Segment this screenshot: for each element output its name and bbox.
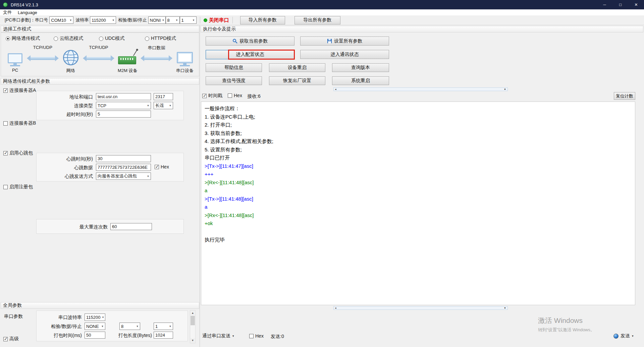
chevron-down-icon: ▾ [146, 175, 151, 178]
get-params-button[interactable]: 获取当前参数 [206, 37, 294, 46]
horizontal-scrollbar-top[interactable]: ◄ ▼ [333, 87, 508, 91]
server-addr-input[interactable]: test.usr.cn [96, 93, 151, 100]
send-hex-checkbox[interactable]: Hex [249, 333, 264, 339]
close-button[interactable]: ✕ [628, 0, 644, 9]
query-version-button[interactable]: 查询版本 [332, 63, 389, 72]
factory-reset-button[interactable]: 恢复出厂设置 [269, 76, 325, 85]
recv-count: 接收:6 [247, 93, 261, 99]
work-mode-box: 网络透传模式 云组态模式 UDC模式 HTTPD模式 PC [1, 32, 199, 76]
g-stopbits-value: 1 [155, 324, 158, 329]
pc-icon [8, 42, 22, 67]
toolbar-separator [200, 17, 200, 23]
reset-counter-button[interactable]: 复位计数 [614, 92, 635, 100]
pack-len-input[interactable]: 1024 [154, 332, 173, 339]
heartbeat-data-input[interactable]: 7777772E7573722E636E [96, 164, 151, 171]
timestamp-checkbox[interactable]: 时间戳 [202, 93, 222, 99]
device-reboot-button[interactable]: 设备重启 [269, 63, 325, 72]
set-params-label: 设置所有参数 [334, 38, 362, 44]
scroll-collapse-icon[interactable]: ▼ [504, 306, 506, 309]
system-reboot-button[interactable]: 系统重启 [332, 76, 389, 85]
conn-type-label: 连接类型 [37, 103, 93, 109]
conn-keep-select[interactable]: 长连 ▾ [154, 102, 173, 109]
heartbeat-hex-checkbox[interactable]: Hex [155, 164, 169, 169]
minimize-button[interactable]: ─ [597, 0, 612, 9]
enter-config-button[interactable]: 进入配置状态 [206, 50, 294, 59]
window-title: DR514 V2.1.3 [11, 2, 38, 7]
horizontal-scrollbar-bottom[interactable]: ◄ ▼ [333, 306, 508, 310]
advanced-label: 高级 [9, 336, 19, 342]
timeout-input[interactable]: 5 [96, 111, 151, 118]
reconnect-input[interactable]: 60 [110, 223, 152, 230]
databits-select[interactable]: 8 ▾ [166, 16, 180, 24]
query-signal-button[interactable]: 查信号强度 [206, 76, 262, 85]
send-button[interactable]: 发送 ▾ [613, 332, 634, 340]
chevron-down-icon: ▾ [174, 18, 179, 22]
scroll-left-icon[interactable]: ◄ [334, 306, 337, 309]
scroll-collapse-icon[interactable]: ▼ [504, 88, 506, 91]
heartbeat-mode-label: 心跳发送方式 [37, 174, 93, 180]
log-line: >[Tx->][11:41:47][asc] [205, 162, 632, 170]
g-databits-value: 8 [121, 324, 123, 329]
close-port-button[interactable]: 关闭串口 [209, 17, 229, 23]
radio-transparent-mode[interactable]: 网络透传模式 [6, 36, 40, 42]
server-b-checkbox[interactable]: 连接服务器B [3, 120, 36, 126]
link-tcp-udp-2: TCP/UDP [82, 42, 116, 76]
recv-hex-checkbox[interactable]: Hex [228, 93, 242, 98]
export-params-button[interactable]: 导出所有参数 [294, 16, 340, 24]
parity-select[interactable]: NONI ▾ [148, 16, 166, 24]
maximize-button[interactable]: □ [612, 0, 628, 9]
scroll-up-icon[interactable]: ▲ [190, 310, 195, 316]
titlebar: DR514 V2.1.3 ─ □ ✕ [0, 0, 644, 9]
chevron-down-icon: ▾ [111, 18, 116, 22]
heartbeat-time-input[interactable]: 30 [96, 155, 151, 162]
import-params-button[interactable]: 导入所有参数 [240, 16, 285, 24]
radio-udc-mode[interactable]: UDC模式 [99, 36, 124, 42]
app-window: DR514 V2.1.3 ─ □ ✕ 文件 Language [PC串口参数]：… [0, 0, 644, 347]
g-databits-select[interactable]: 8 ▾ [119, 323, 140, 330]
com-port-select[interactable]: COM10 ▾ [49, 16, 73, 24]
g-parity-select[interactable]: NONE ▾ [85, 323, 105, 330]
advanced-checkbox[interactable]: 高级 [3, 336, 19, 342]
radio-cloud-mode[interactable]: 云组态模式 [54, 36, 83, 42]
enter-comm-button[interactable]: 进入通讯状态 [300, 50, 389, 59]
g-baud-select[interactable]: 115200 ▾ [85, 314, 105, 321]
log-line: 1. 设备连PC串口,上电; [205, 113, 632, 121]
double-arrow-icon [144, 57, 169, 60]
server-port-input[interactable]: 2317 [154, 93, 173, 100]
baud-select[interactable]: 115200 ▾ [90, 16, 116, 24]
left-panel: 选择工作模式 网络透传模式 云组态模式 UDC模式 HTTPD模式 [0, 25, 200, 347]
search-icon [232, 39, 237, 44]
heartbeat-mode-select[interactable]: 向服务器发送心跳包 ▾ [96, 172, 151, 180]
log-output[interactable]: 一般操作流程： 1. 设备连PC串口,上电; 2. 打开串口; 3. 获取当前参… [201, 101, 635, 305]
vertical-scrollbar[interactable]: ▲ ▼ [190, 310, 196, 343]
stopbits-select[interactable]: 1 ▾ [180, 16, 197, 24]
g-stopbits-select[interactable]: 1 ▾ [154, 323, 173, 330]
send-via-value: 通过串口发送 [202, 333, 230, 339]
heartbeat-checkbox[interactable]: 启用心跳包 [3, 150, 33, 156]
log-line: +++ [205, 170, 632, 179]
link-label: TCP/UDP [26, 45, 60, 50]
scroll-left-icon[interactable]: ◄ [334, 88, 337, 91]
chevron-down-icon: ▾ [100, 316, 105, 319]
log-line: a [205, 203, 632, 211]
pack-time-input[interactable]: 50 [85, 332, 105, 339]
chevron-down-icon: ▾ [168, 325, 173, 328]
chevron-down-icon: ▾ [232, 334, 234, 338]
windows-activation-watermark: 激活 Windows 转到“设置”以激活 Windows。 [538, 316, 595, 333]
send-via-select[interactable]: 通过串口发送 ▾ [202, 332, 234, 340]
radio-httpd-mode[interactable]: HTTPD模式 [145, 36, 176, 42]
checkbox-icon [3, 88, 8, 93]
menu-language[interactable]: Language [15, 9, 40, 15]
link-serial-data: 串口数据 [140, 42, 173, 76]
reconnect-label: 最大重连次数 [37, 224, 108, 230]
server-a-checkbox[interactable]: 连接服务器A [3, 87, 36, 93]
scroll-down-icon[interactable]: ▼ [190, 338, 195, 343]
set-params-button[interactable]: 设置所有参数 [300, 37, 389, 46]
scrollbar-thumb[interactable] [191, 316, 195, 325]
help-button[interactable]: 帮助信息 [206, 63, 262, 72]
mode-label: 网络透传模式 [12, 36, 40, 42]
menu-file[interactable]: 文件 [0, 9, 15, 15]
conn-type-select[interactable]: TCP ▾ [96, 102, 151, 109]
register-checkbox[interactable]: 启用注册包 [3, 184, 33, 190]
heartbeat-data-label: 心跳数据 [37, 165, 93, 171]
